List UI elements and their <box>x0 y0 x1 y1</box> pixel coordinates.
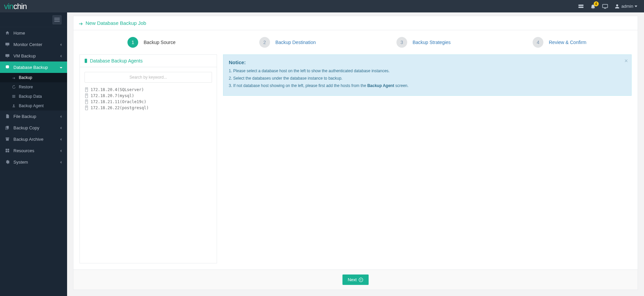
step-number: 4 <box>533 37 543 48</box>
svg-rect-20 <box>6 149 7 151</box>
chevron-down-icon <box>635 4 637 9</box>
share-icon <box>78 20 84 26</box>
step-number: 1 <box>127 37 138 48</box>
agent-row[interactable]: 172.18.21.11(Oracle19c) <box>85 99 212 105</box>
sidebar-item-database-backup[interactable]: Database Backup <box>0 61 67 73</box>
storage-icon[interactable] <box>578 3 584 9</box>
gear-icon <box>5 159 10 165</box>
sidebar-item-monitor-center[interactable]: Monitor Center <box>0 39 67 50</box>
svg-rect-28 <box>86 94 88 98</box>
copy-icon <box>5 125 10 130</box>
svg-rect-13 <box>12 96 15 97</box>
notice-line: 3. If not database host showing on the l… <box>229 83 621 89</box>
wizard-step-3[interactable]: 3 Backup Strategies <box>356 37 492 48</box>
file-icon <box>5 114 10 119</box>
wizard-footer: Next <box>73 269 638 290</box>
notice-line: 1. Please select a database host on the … <box>229 68 621 74</box>
svg-rect-1 <box>578 6 583 8</box>
sidebar-item-file-backup[interactable]: File Backup <box>0 111 67 122</box>
step-number: 3 <box>396 37 407 48</box>
chevron-left-icon <box>60 148 62 153</box>
sidebar-item-home[interactable]: Home <box>0 27 67 39</box>
step-label: Backup Strategies <box>413 40 451 45</box>
wizard-step-2[interactable]: 2 Backup Destination <box>220 37 356 48</box>
svg-rect-6 <box>54 21 60 22</box>
sidebar-subitem-label: Restore <box>19 85 33 89</box>
user-icon <box>614 3 620 9</box>
screen-icon[interactable] <box>602 3 608 9</box>
wizard-step-1[interactable]: 1 Backup Source <box>84 37 220 48</box>
arrow-right-circle-icon <box>359 278 363 282</box>
svg-rect-18 <box>6 137 9 138</box>
svg-rect-21 <box>8 149 9 151</box>
agent-row[interactable]: 172.18.20.7(mysql) <box>85 93 212 99</box>
agent-icon <box>11 103 16 108</box>
main-content: New Database Backup Job 1 Backup Source … <box>67 12 644 296</box>
svg-rect-25 <box>86 88 88 92</box>
svg-rect-30 <box>86 95 87 95</box>
agent-row[interactable]: 172.18.20.4(SQLserver) <box>85 87 212 93</box>
step-number: 2 <box>259 37 270 48</box>
chevron-left-icon <box>60 114 62 119</box>
next-button-label: Next <box>348 277 357 282</box>
agents-panel-title: Database Backup Agents <box>80 55 217 67</box>
sidebar-subitem-backup-data[interactable]: Backup Data <box>0 92 67 101</box>
svg-rect-23 <box>8 151 9 153</box>
sidebar-toggle <box>0 12 67 27</box>
chevron-left-icon <box>60 53 62 58</box>
svg-rect-35 <box>86 107 87 107</box>
svg-rect-4 <box>54 18 60 18</box>
svg-rect-0 <box>578 4 583 6</box>
svg-point-15 <box>13 104 14 106</box>
home-icon <box>5 30 10 36</box>
sidebar-item-vm-backup[interactable]: VM Backup <box>0 50 67 61</box>
sidebar-item-label: Backup Copy <box>13 125 39 130</box>
svg-rect-26 <box>86 88 87 89</box>
svg-rect-3 <box>604 8 606 9</box>
svg-rect-22 <box>6 151 7 153</box>
sidebar-subitem-label: Backup <box>19 75 32 80</box>
svg-rect-33 <box>86 101 87 101</box>
step-label: Backup Destination <box>275 40 316 45</box>
sidebar-subitem-label: Backup Data <box>19 94 42 99</box>
sidebar-subitem-label: Backup Agent <box>19 103 44 108</box>
sidebar-item-label: Backup Archive <box>13 137 44 142</box>
sidebar-subitem-backup-agent[interactable]: Backup Agent <box>0 101 67 111</box>
svg-rect-36 <box>86 107 87 108</box>
sidebar-toggle-button[interactable] <box>52 15 62 25</box>
user-menu[interactable]: admin <box>614 3 637 9</box>
chevron-down-icon <box>60 65 62 70</box>
notice-box: × Notice: 1. Please select a database ho… <box>223 54 632 96</box>
svg-rect-9 <box>5 54 9 57</box>
sidebar-item-label: VM Backup <box>13 53 36 58</box>
sidebar-item-backup-copy[interactable]: Backup Copy <box>0 122 67 133</box>
sidebar: Home Monitor Center VM Backup Database B… <box>0 12 67 296</box>
server-icon <box>85 105 89 110</box>
header-bar: vinchin 4 admin <box>0 0 644 12</box>
sidebar-item-resources[interactable]: Resources <box>0 145 67 156</box>
sidebar-subitem-restore[interactable]: Restore <box>0 82 67 92</box>
sidebar-subitem-backup[interactable]: Backup <box>0 73 67 82</box>
svg-rect-32 <box>86 100 87 101</box>
sidebar-item-backup-archive[interactable]: Backup Archive <box>0 133 67 145</box>
monitor-icon <box>5 42 10 47</box>
agent-label: 172.18.26.22(postgresql) <box>91 105 149 110</box>
restore-icon <box>11 85 16 89</box>
step-label: Backup Source <box>144 40 175 45</box>
svg-rect-34 <box>86 106 88 110</box>
close-icon[interactable]: × <box>624 57 628 65</box>
monitor-icon <box>5 53 10 58</box>
wizard-step-4[interactable]: 4 Review & Confirm <box>492 37 628 48</box>
svg-rect-12 <box>12 95 15 96</box>
server-icon <box>85 93 89 98</box>
logo-suffix: chin <box>13 2 27 11</box>
resources-icon <box>5 148 10 153</box>
logo: vinchin <box>4 2 27 11</box>
next-button[interactable]: Next <box>342 274 369 285</box>
agent-search-input[interactable] <box>85 72 212 83</box>
page-title-text: New Database Backup Job <box>86 20 146 26</box>
sidebar-item-system[interactable]: System <box>0 156 67 168</box>
notifications-icon[interactable]: 4 <box>590 3 596 9</box>
database-icon <box>5 65 10 70</box>
agent-row[interactable]: 172.18.26.22(postgresql) <box>85 105 212 111</box>
